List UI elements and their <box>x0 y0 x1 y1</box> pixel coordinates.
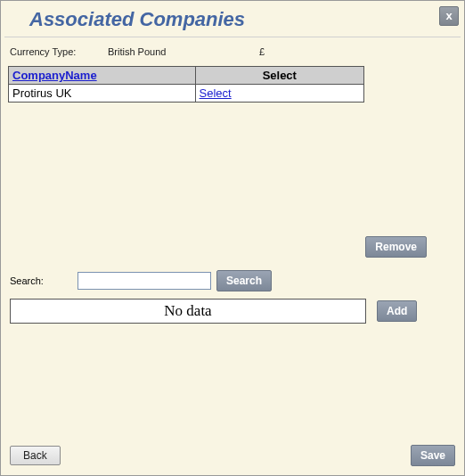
remove-row: Remove <box>8 236 457 258</box>
search-button[interactable]: Search <box>216 270 272 291</box>
no-data-cell: No data <box>11 300 366 324</box>
currency-label: Currency Type: <box>10 46 108 57</box>
save-button[interactable]: Save <box>411 445 455 466</box>
table-row: No data <box>11 300 366 324</box>
sort-company-name-link[interactable]: CompanyName <box>12 69 97 82</box>
search-row: Search: Search <box>8 258 457 299</box>
search-results-table: No data <box>10 299 366 324</box>
remove-button[interactable]: Remove <box>365 236 427 258</box>
separator <box>4 37 461 37</box>
page-title: Associated Companies <box>29 8 245 31</box>
titlebar: Associated Companies x <box>1 1 464 31</box>
currency-row: Currency Type: British Pound £ <box>8 46 457 66</box>
currency-value: British Pound <box>108 46 259 57</box>
footer: Back Save <box>1 438 464 475</box>
search-input[interactable] <box>78 272 211 290</box>
search-label: Search: <box>10 275 72 286</box>
table-row: Protirus UK Select <box>9 85 364 103</box>
results-row: No data Add <box>8 299 457 324</box>
companies-table: CompanyName Select Protirus UK Select <box>8 66 364 103</box>
company-select-cell: Select <box>195 85 363 103</box>
currency-symbol: £ <box>259 46 295 57</box>
col-header-company-name: CompanyName <box>9 67 196 85</box>
col-header-select: Select <box>195 67 363 85</box>
select-company-link[interactable]: Select <box>200 86 232 100</box>
company-name-cell: Protirus UK <box>9 85 196 103</box>
close-button[interactable]: x <box>439 6 459 26</box>
content-area: Currency Type: British Pound £ CompanyNa… <box>1 46 464 438</box>
back-button[interactable]: Back <box>10 446 61 465</box>
table-header-row: CompanyName Select <box>9 67 364 85</box>
associated-companies-dialog: Associated Companies x Currency Type: Br… <box>0 0 465 476</box>
add-button[interactable]: Add <box>377 300 417 322</box>
